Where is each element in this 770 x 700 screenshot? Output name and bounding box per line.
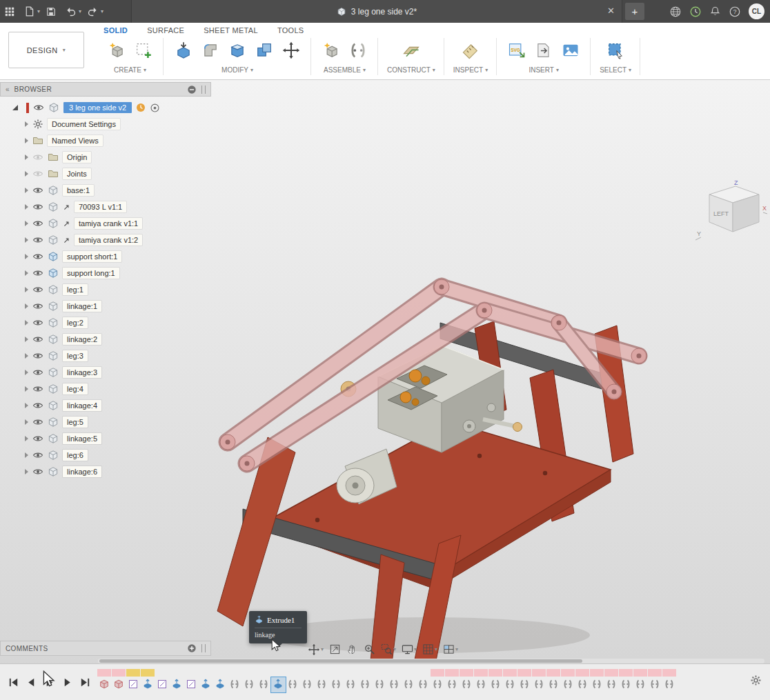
viewports-icon[interactable]: ▾ <box>442 642 460 657</box>
visibility-eye-icon[interactable] <box>33 104 44 111</box>
look-at-icon[interactable] <box>328 642 342 657</box>
visibility-eye-icon[interactable] <box>32 402 43 409</box>
expand-triangle-icon[interactable] <box>25 469 28 474</box>
tab-tools[interactable]: TOOLS <box>277 26 304 34</box>
insert-image-icon[interactable] <box>560 39 582 61</box>
workspace-design-dropdown[interactable]: DESIGN▾ <box>8 32 84 68</box>
browser-item-label[interactable]: leg:6 <box>63 450 88 461</box>
expand-triangle-icon[interactable] <box>25 403 28 408</box>
file-menu-caret-icon[interactable]: ▾ <box>37 8 40 14</box>
shell-icon[interactable] <box>226 39 248 61</box>
redo-icon[interactable] <box>83 3 101 21</box>
browser-item-label[interactable]: support short:1 <box>63 251 121 262</box>
timeline-feature[interactable] <box>213 669 228 694</box>
browser-item-label[interactable]: leg:4 <box>63 383 88 394</box>
expand-triangle-icon[interactable] <box>25 353 28 359</box>
timeline-feature[interactable] <box>546 669 561 694</box>
timeline-feature[interactable] <box>344 669 358 694</box>
browser-item-row[interactable]: tamiya crank v1:2 <box>0 232 211 248</box>
chevron-down-icon[interactable]: ▾ <box>556 67 559 73</box>
browser-root-row[interactable]: 3 leg one side v2 <box>0 99 211 116</box>
expand-triangle-icon[interactable] <box>25 204 28 210</box>
timeline-scrollbar[interactable] <box>98 659 764 663</box>
chevron-down-icon[interactable]: ▾ <box>250 67 253 73</box>
tab-close-icon[interactable]: ✕ <box>607 6 615 17</box>
timeline-feature[interactable] <box>315 669 329 694</box>
app-grid-icon[interactable] <box>1 3 19 21</box>
browser-item-row[interactable]: linkage:5 <box>0 430 211 447</box>
visibility-eye-icon[interactable] <box>32 452 43 459</box>
browser-item-label[interactable]: leg:2 <box>63 317 88 328</box>
visibility-eye-icon[interactable] <box>32 352 43 359</box>
chevron-down-icon[interactable]: ▾ <box>414 646 417 652</box>
timeline-feature[interactable] <box>532 669 546 694</box>
job-status-clock-icon[interactable] <box>689 6 702 18</box>
browser-item-label[interactable]: linkage:6 <box>63 466 101 477</box>
timeline-feature[interactable] <box>373 669 387 694</box>
timeline-feature[interactable] <box>387 669 402 694</box>
timeline-feature[interactable] <box>662 669 677 694</box>
expand-triangle-icon[interactable] <box>25 303 28 309</box>
chevron-down-icon[interactable]: ▾ <box>393 646 396 652</box>
visibility-eye-icon[interactable] <box>32 369 43 376</box>
minimize-panel-icon[interactable] <box>187 85 197 94</box>
expand-triangle-icon[interactable] <box>25 254 28 259</box>
browser-item-row[interactable]: leg:2 <box>0 314 211 331</box>
browser-item-row[interactable]: leg:5 <box>0 414 211 430</box>
browser-item-label[interactable]: linkage:2 <box>63 334 101 345</box>
visibility-eye-icon[interactable] <box>32 187 43 194</box>
timeline-feature[interactable] <box>126 669 141 694</box>
help-icon[interactable]: ? <box>729 6 741 18</box>
browser-item-row[interactable]: Joints <box>0 166 211 182</box>
timeline-feature[interactable] <box>503 669 517 694</box>
expand-triangle-icon[interactable] <box>25 237 28 243</box>
timeline-feature[interactable] <box>619 669 633 694</box>
combine-icon[interactable] <box>253 39 275 61</box>
avatar[interactable]: CL <box>749 3 764 19</box>
timeline-feature[interactable] <box>460 669 474 694</box>
undo-icon[interactable] <box>61 3 79 21</box>
viewcube-face-label[interactable]: LEFT <box>713 210 729 217</box>
browser-item-row[interactable]: linkage:3 <box>0 364 211 381</box>
browser-item-label[interactable]: linkage:3 <box>63 367 101 378</box>
browser-item-label[interactable]: tamiya crank v1:1 <box>75 218 142 229</box>
visibility-eye-icon[interactable] <box>32 386 43 392</box>
select-window-icon[interactable] <box>604 39 626 61</box>
browser-item-row[interactable]: base:1 <box>0 182 211 199</box>
browser-item-row[interactable]: tamiya crank v1:1 <box>0 215 211 232</box>
browser-item-row[interactable]: Document Settings <box>0 116 211 132</box>
timeline-feature[interactable] <box>488 669 503 694</box>
visibility-eye-icon[interactable] <box>32 220 43 227</box>
browser-item-row[interactable]: leg:3 <box>0 348 211 364</box>
timeline-feature[interactable] <box>184 669 199 694</box>
expand-triangle-icon[interactable] <box>12 105 18 110</box>
timeline-feature[interactable] <box>590 669 604 694</box>
timeline-feature[interactable] <box>271 669 286 694</box>
expand-triangle-icon[interactable] <box>25 221 28 226</box>
timeline-feature[interactable] <box>170 669 184 694</box>
timeline-feature[interactable] <box>112 669 126 694</box>
browser-item-label[interactable]: leg:1 <box>63 284 88 295</box>
construction-plane-icon[interactable] <box>400 39 422 61</box>
visibility-eye-icon[interactable] <box>32 270 43 277</box>
new-tab-button[interactable]: + <box>625 3 644 20</box>
expand-triangle-icon[interactable] <box>25 270 28 276</box>
measure-icon[interactable] <box>460 39 482 61</box>
expand-triangle-icon[interactable] <box>25 452 28 458</box>
chevron-down-icon[interactable]: ▾ <box>363 67 366 73</box>
zoom-window-icon[interactable]: ▾ <box>379 642 397 657</box>
timeline-feature[interactable] <box>604 669 619 694</box>
insert-svg-icon[interactable]: SVG <box>506 39 528 61</box>
expand-triangle-icon[interactable] <box>25 287 28 292</box>
panel-drag-grip[interactable] <box>201 644 206 652</box>
pan-hand-icon[interactable] <box>345 642 359 657</box>
browser-item-row[interactable]: leg:1 <box>0 281 211 298</box>
collapse-panel-icon[interactable]: « <box>6 86 10 93</box>
visibility-eye-icon[interactable] <box>32 319 43 326</box>
timeline-feature[interactable] <box>474 669 488 694</box>
timeline-feature[interactable] <box>648 669 662 694</box>
visibility-eye-icon[interactable] <box>32 237 43 243</box>
browser-item-row[interactable]: leg:6 <box>0 447 211 463</box>
notifications-bell-icon[interactable] <box>709 6 721 17</box>
browser-item-label[interactable]: base:1 <box>63 185 94 196</box>
